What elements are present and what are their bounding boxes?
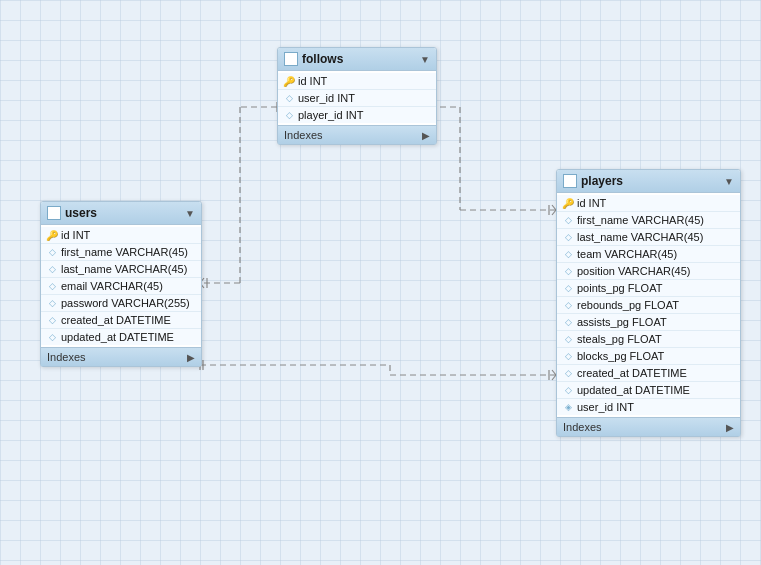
- follows-playerid-text: player_id INT: [298, 109, 363, 121]
- players-indexes-label: Indexes: [563, 421, 602, 433]
- players-field-userid: ◈ user_id INT: [557, 399, 740, 415]
- players-assistspg-text: assists_pg FLOAT: [577, 316, 667, 328]
- users-table-header[interactable]: users ▼: [41, 202, 201, 225]
- users-firstname-text: first_name VARCHAR(45): [61, 246, 188, 258]
- players-team-text: team VARCHAR(45): [577, 248, 677, 260]
- follows-indexes-arrow: ▶: [422, 130, 430, 141]
- follows-table-title: follows: [302, 52, 416, 66]
- users-table-title: users: [65, 206, 181, 220]
- players-fk5: ◇: [563, 283, 573, 293]
- players-table: players ▼ 🔑 id INT ◇ first_name VARCHAR(…: [556, 169, 741, 437]
- players-field-pointspg: ◇ points_pg FLOAT: [557, 280, 740, 297]
- users-fk5: ◇: [47, 315, 57, 325]
- players-firstname-text: first_name VARCHAR(45): [577, 214, 704, 226]
- players-fk2: ◇: [563, 232, 573, 242]
- players-indexes-arrow: ▶: [726, 422, 734, 433]
- players-pointspg-text: points_pg FLOAT: [577, 282, 662, 294]
- players-blockspg-text: blocks_pg FLOAT: [577, 350, 664, 362]
- players-fk1: ◇: [563, 215, 573, 225]
- players-userid-text: user_id INT: [577, 401, 634, 413]
- players-fk9: ◇: [563, 351, 573, 361]
- players-fk3: ◇: [563, 249, 573, 259]
- players-lastname-text: last_name VARCHAR(45): [577, 231, 703, 243]
- users-fk4: ◇: [47, 298, 57, 308]
- follows-table: follows ▼ 🔑 id INT ◇ user_id INT ◇ playe…: [277, 47, 437, 145]
- players-field-assistspg: ◇ assists_pg FLOAT: [557, 314, 740, 331]
- users-field-lastname: ◇ last_name VARCHAR(45): [41, 261, 201, 278]
- players-id-text: id INT: [577, 197, 606, 209]
- players-fk12: ◈: [563, 402, 573, 412]
- follows-field-id: 🔑 id INT: [278, 73, 436, 90]
- users-fk6: ◇: [47, 332, 57, 342]
- users-id-text: id INT: [61, 229, 90, 241]
- players-field-firstname: ◇ first_name VARCHAR(45): [557, 212, 740, 229]
- players-field-team: ◇ team VARCHAR(45): [557, 246, 740, 263]
- players-fields: 🔑 id INT ◇ first_name VARCHAR(45) ◇ last…: [557, 193, 740, 417]
- users-field-email: ◇ email VARCHAR(45): [41, 278, 201, 295]
- users-field-firstname: ◇ first_name VARCHAR(45): [41, 244, 201, 261]
- users-field-createdat: ◇ created_at DATETIME: [41, 312, 201, 329]
- players-reboundspg-text: rebounds_pg FLOAT: [577, 299, 679, 311]
- players-table-header[interactable]: players ▼: [557, 170, 740, 193]
- players-fk4: ◇: [563, 266, 573, 276]
- follows-table-arrow[interactable]: ▼: [420, 54, 430, 65]
- users-table-arrow[interactable]: ▼: [185, 208, 195, 219]
- pk-icon: 🔑: [284, 76, 294, 86]
- fk-icon-playerid: ◇: [284, 110, 294, 120]
- users-indexes-label: Indexes: [47, 351, 86, 363]
- players-field-reboundspg: ◇ rebounds_pg FLOAT: [557, 297, 740, 314]
- players-table-arrow[interactable]: ▼: [724, 176, 734, 187]
- follows-table-header[interactable]: follows ▼: [278, 48, 436, 71]
- follows-field-user-id: ◇ user_id INT: [278, 90, 436, 107]
- users-email-text: email VARCHAR(45): [61, 280, 163, 292]
- players-updatedat-text: updated_at DATETIME: [577, 384, 690, 396]
- players-indexes[interactable]: Indexes ▶: [557, 417, 740, 436]
- players-field-createdat: ◇ created_at DATETIME: [557, 365, 740, 382]
- users-indexes-arrow: ▶: [187, 352, 195, 363]
- users-fields: 🔑 id INT ◇ first_name VARCHAR(45) ◇ last…: [41, 225, 201, 347]
- users-field-id: 🔑 id INT: [41, 227, 201, 244]
- users-indexes[interactable]: Indexes ▶: [41, 347, 201, 366]
- users-fk1: ◇: [47, 247, 57, 257]
- follows-userid-text: user_id INT: [298, 92, 355, 104]
- follows-fields: 🔑 id INT ◇ user_id INT ◇ player_id INT: [278, 71, 436, 125]
- players-table-title: players: [581, 174, 720, 188]
- players-field-stealspg: ◇ steals_pg FLOAT: [557, 331, 740, 348]
- players-createdat-text: created_at DATETIME: [577, 367, 687, 379]
- follows-table-icon: [284, 52, 298, 66]
- users-field-password: ◇ password VARCHAR(255): [41, 295, 201, 312]
- users-pk-icon: 🔑: [47, 230, 57, 240]
- follows-indexes[interactable]: Indexes ▶: [278, 125, 436, 144]
- players-field-updatedat: ◇ updated_at DATETIME: [557, 382, 740, 399]
- users-password-text: password VARCHAR(255): [61, 297, 190, 309]
- users-updatedat-text: updated_at DATETIME: [61, 331, 174, 343]
- players-fk11: ◇: [563, 385, 573, 395]
- players-position-text: position VARCHAR(45): [577, 265, 691, 277]
- players-field-position: ◇ position VARCHAR(45): [557, 263, 740, 280]
- players-fk7: ◇: [563, 317, 573, 327]
- follows-id-text: id INT: [298, 75, 327, 87]
- players-table-icon: [563, 174, 577, 188]
- users-fk2: ◇: [47, 264, 57, 274]
- players-fk10: ◇: [563, 368, 573, 378]
- users-field-updatedat: ◇ updated_at DATETIME: [41, 329, 201, 345]
- players-field-blockspg: ◇ blocks_pg FLOAT: [557, 348, 740, 365]
- follows-indexes-label: Indexes: [284, 129, 323, 141]
- players-fk8: ◇: [563, 334, 573, 344]
- users-table: users ▼ 🔑 id INT ◇ first_name VARCHAR(45…: [40, 201, 202, 367]
- users-createdat-text: created_at DATETIME: [61, 314, 171, 326]
- players-field-lastname: ◇ last_name VARCHAR(45): [557, 229, 740, 246]
- players-stealspg-text: steals_pg FLOAT: [577, 333, 662, 345]
- players-fk6: ◇: [563, 300, 573, 310]
- players-field-id: 🔑 id INT: [557, 195, 740, 212]
- fk-icon-userid: ◇: [284, 93, 294, 103]
- players-pk-icon: 🔑: [563, 198, 573, 208]
- users-table-icon: [47, 206, 61, 220]
- follows-field-player-id: ◇ player_id INT: [278, 107, 436, 123]
- users-lastname-text: last_name VARCHAR(45): [61, 263, 187, 275]
- users-fk3: ◇: [47, 281, 57, 291]
